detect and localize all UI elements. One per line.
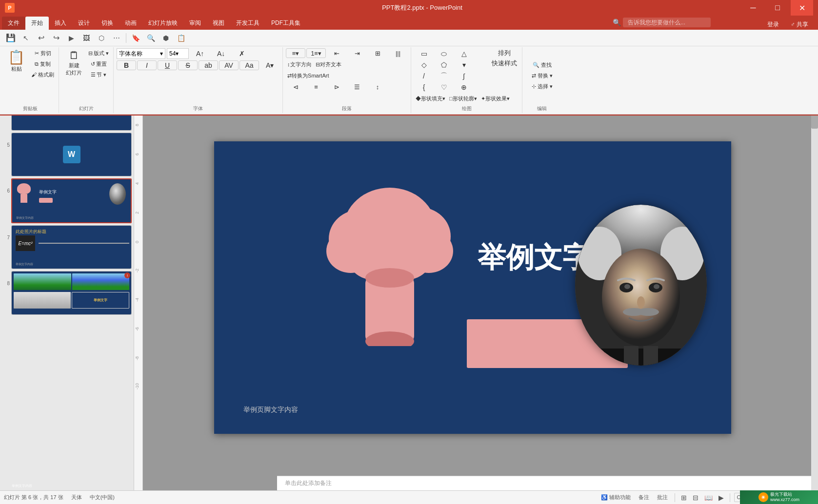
shape-outline-button[interactable]: □形状轮廓▾ xyxy=(448,94,479,103)
align-center-button[interactable]: ≡ xyxy=(306,82,326,92)
reading-view-button[interactable]: 📖 xyxy=(702,493,715,503)
smartart-button[interactable]: ⊞ xyxy=(368,48,387,58)
new-slide-button[interactable]: 🗒 新建 幻灯片 xyxy=(62,48,86,78)
cursor-button[interactable]: ↖ xyxy=(19,31,33,45)
format-painter-button[interactable]: 🖌 格式刷 xyxy=(30,70,56,79)
reset-button[interactable]: ↺ 重置 xyxy=(87,59,110,69)
shape-oval-button[interactable]: ⬭ xyxy=(434,48,454,59)
slide-edit-area[interactable]: 举例文字 xyxy=(134,85,811,490)
arrange-button[interactable]: 排列 xyxy=(490,48,519,58)
increase-indent-button[interactable]: ⇥ xyxy=(347,48,367,58)
bold-button[interactable]: B xyxy=(117,60,136,70)
shape-extra-button[interactable]: ⊕ xyxy=(454,82,474,93)
shape-rect-button[interactable]: ▭ xyxy=(414,48,434,59)
cut-button[interactable]: ✂ 剪切 xyxy=(30,48,56,58)
paste-button[interactable]: 📋 粘贴 xyxy=(5,48,28,74)
strikethrough-button[interactable]: S xyxy=(178,60,198,70)
shape-pentagon-button[interactable]: ⬠ xyxy=(434,59,454,70)
object-button[interactable]: ⬢ xyxy=(159,31,173,45)
increase-font-button[interactable]: A↑ xyxy=(190,49,210,58)
section-button[interactable]: ☰ 节 ▾ xyxy=(87,70,110,79)
slideshow-view-button[interactable]: ▶ xyxy=(717,493,726,503)
font-name-select[interactable]: 字体名称▾ xyxy=(117,48,165,59)
line-spacing-button[interactable]: ↕ xyxy=(368,82,387,92)
replace-button[interactable]: ⇄ 替换 ▾ xyxy=(530,71,555,81)
slide-img-5[interactable]: W 举例文字内容 xyxy=(11,133,132,176)
decrease-font-button[interactable]: A↓ xyxy=(211,49,231,58)
accessibility-button[interactable]: ♿ 辅助功能 xyxy=(598,493,634,502)
mushroom-cloud-shape[interactable] xyxy=(321,180,458,348)
slide-thumb-7[interactable]: 7 此处照片的标题 E=mc² 举例文字内容 xyxy=(2,225,132,269)
tab-animations[interactable]: 动画 xyxy=(119,17,142,30)
magnify-button[interactable]: 🔍 xyxy=(144,31,158,45)
align-text-button[interactable]: ⊟对齐文本 xyxy=(314,59,343,69)
italic-button[interactable]: I xyxy=(137,60,157,70)
save-button[interactable]: 💾 xyxy=(4,31,18,45)
slide-img-7[interactable]: 此处照片的标题 E=mc² 举例文字内容 xyxy=(11,225,132,269)
notes-area[interactable]: 单击此处添加备注 xyxy=(277,476,811,490)
align-right-button[interactable]: ⊳ xyxy=(327,82,346,92)
tab-insert[interactable]: 插入 xyxy=(49,17,72,30)
numbering-button[interactable]: 1≡▾ xyxy=(306,48,326,58)
shape-more-button[interactable]: ▾ xyxy=(454,59,474,70)
convert-smartart-button[interactable]: ⇄转换为SmartArt xyxy=(286,71,330,80)
normal-view-button[interactable]: ⊞ xyxy=(679,493,689,503)
tab-transitions[interactable]: 切换 xyxy=(96,17,119,30)
slide-img-6[interactable]: 举例文字 举例文字内容 xyxy=(11,178,132,223)
present-button[interactable]: ▶ xyxy=(64,31,78,45)
shape-curve-button[interactable]: ∫ xyxy=(454,71,474,81)
shape-triangle-button[interactable]: △ xyxy=(454,48,474,59)
slidesorter-button[interactable]: ⊟ xyxy=(691,493,700,503)
tab-pdf[interactable]: PDF工具集 xyxy=(265,17,306,30)
shape-fill-button[interactable]: ◆形状填充▾ xyxy=(414,94,447,103)
minimize-button[interactable]: ─ xyxy=(742,0,764,16)
copy-button[interactable]: ⧉ 复制 xyxy=(30,59,56,69)
tab-file[interactable]: 文件 xyxy=(2,17,25,30)
maximize-button[interactable]: □ xyxy=(766,0,789,16)
shape-diamond-button[interactable]: ◇ xyxy=(414,59,434,70)
redo-button[interactable]: ↪ xyxy=(49,31,63,45)
shape-heart-button[interactable]: ♡ xyxy=(434,82,454,93)
tab-design[interactable]: 设计 xyxy=(72,17,96,30)
slide-img-8[interactable]: 举例文字 ! xyxy=(11,271,132,315)
shape-arc-button[interactable]: ⌒ xyxy=(434,71,454,81)
tab-developer[interactable]: 开发工具 xyxy=(230,17,265,30)
slide-thumb-5[interactable]: 5 W 举例文字内容 xyxy=(2,133,132,176)
tab-home[interactable]: 开始 xyxy=(25,17,49,30)
columns-button[interactable]: ||| xyxy=(388,48,408,58)
justify-button[interactable]: ☰ xyxy=(347,82,367,92)
find-button[interactable]: 🔍 查找 xyxy=(530,60,555,70)
shape-effect-button[interactable]: ✦形状效果▾ xyxy=(479,94,511,103)
char-spacing-button[interactable]: AV xyxy=(219,60,239,70)
more-qa-button[interactable]: ⋯ xyxy=(110,31,123,45)
font-size-select[interactable]: 54▾ xyxy=(167,48,189,59)
layout-button[interactable]: ⊟ 版式 ▾ xyxy=(87,48,110,58)
clear-format-button[interactable]: ✗ xyxy=(232,49,252,58)
login-button[interactable]: 登录 xyxy=(763,19,783,30)
tab-view[interactable]: 视图 xyxy=(207,17,230,30)
tab-review[interactable]: 审阅 xyxy=(183,17,207,30)
bullets-button[interactable]: ≡▾ xyxy=(286,48,305,58)
share-button[interactable]: ♂ 共享 xyxy=(787,19,812,30)
tell-input[interactable] xyxy=(623,18,711,27)
shapes-button[interactable]: ⬡ xyxy=(95,31,108,45)
select-button[interactable]: ⊹ 选择 ▾ xyxy=(530,82,555,92)
font-case-button[interactable]: Aa xyxy=(239,60,259,70)
notes-button[interactable]: 备注 xyxy=(636,493,652,502)
shape-line-button[interactable]: / xyxy=(414,71,434,81)
text-shadow-button[interactable]: ab xyxy=(199,60,218,70)
customize-button[interactable]: 🔖 xyxy=(129,31,142,45)
shape-brace-button[interactable]: { xyxy=(414,82,434,93)
comments-button[interactable]: 批注 xyxy=(654,493,671,502)
slide-thumb-8[interactable]: 8 举例文字 ! xyxy=(2,271,132,315)
quick-styles-button[interactable]: 快速样式 xyxy=(490,58,519,68)
underline-button[interactable]: U xyxy=(158,60,177,70)
tab-slideshow[interactable]: 幻灯片放映 xyxy=(142,17,183,30)
text-direction-button[interactable]: ↕文字方向 xyxy=(286,59,313,69)
image-button[interactable]: 🖼 xyxy=(80,31,93,45)
undo-button[interactable]: ↩ xyxy=(34,31,48,45)
extra-button[interactable]: 📋 xyxy=(174,31,188,45)
slide-thumb-6[interactable]: 6 举例文字 举例文字内容 xyxy=(2,178,132,223)
font-color-button[interactable]: A▾ xyxy=(260,60,279,70)
align-left-button[interactable]: ⊲ xyxy=(286,82,305,92)
